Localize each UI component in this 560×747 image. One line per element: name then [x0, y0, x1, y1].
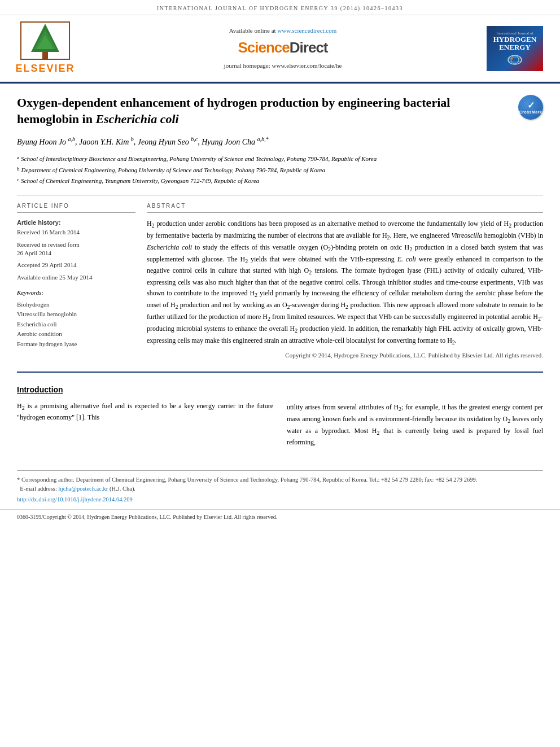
intro-left-text: H2 is a promising alternative fuel and i…	[17, 401, 273, 423]
journal-header: INTERNATIONAL JOURNAL OF HYDROGEN ENERGY…	[0, 0, 560, 15]
keyword-aerobic: Aerobic condition	[17, 329, 135, 339]
authors-line: Byung Hoon Jo a,b, Jaoon Y.H. Kim b, Jeo…	[17, 135, 543, 148]
section-divider	[17, 372, 543, 373]
accepted-date: Accepted 29 April 2014	[17, 261, 135, 269]
svg-point-6	[511, 56, 519, 64]
crossmark-logo: ✓ CrossMark	[518, 95, 543, 120]
hydrogen-energy-logo: International Journal of HYDROGENENERGY	[487, 26, 549, 71]
body-right-col: utility arises from several attributes o…	[287, 384, 543, 448]
received-revised: Received in revised form26 April 2014	[17, 241, 135, 258]
sciencedirect-logo: ScienceDirect	[79, 37, 487, 58]
keyword-vhb: Vitreoscilla hemoglobin	[17, 309, 135, 320]
article-info-abstract-section: ARTICLE INFO Article history: Received 1…	[17, 202, 543, 360]
available-online-date: Available online 25 May 2014	[17, 273, 135, 282]
abstract-text: H2 production under aerobic conditions h…	[147, 219, 543, 347]
svg-point-8	[511, 58, 513, 60]
keyword-ecoli: Escherichia coli	[17, 320, 135, 330]
intro-right-text: utility arises from several attributes o…	[287, 402, 543, 448]
received-date: Received 16 March 2014	[17, 228, 135, 237]
keywords-heading: Keywords:	[17, 289, 135, 297]
svg-rect-0	[42, 52, 48, 59]
email-link[interactable]: hjcha@postech.ac.kr	[58, 486, 108, 492]
article-info-column: ARTICLE INFO Article history: Received 1…	[17, 202, 135, 360]
body-left-col: Introduction H2 is a promising alternati…	[17, 384, 273, 448]
elsevier-text: ELSEVIER	[15, 62, 75, 76]
available-online-text: Available online at www.sciencedirect.co…	[79, 27, 487, 35]
elsevier-logo: ELSEVIER	[11, 21, 79, 76]
article-title-section: Oxygen-dependent enhancement of hydrogen…	[17, 95, 543, 127]
footnote-section: * Corresponding author. Department of Ch…	[17, 470, 543, 504]
branding-row: ELSEVIER Available online at www.science…	[0, 15, 560, 82]
main-content: Oxygen-dependent enhancement of hydrogen…	[0, 84, 560, 459]
sciencedirect-url[interactable]: www.sciencedirect.com	[277, 27, 336, 34]
introduction-heading: Introduction	[17, 384, 273, 396]
affiliation-c: c School of Chemical Engineering, Yeungn…	[17, 176, 543, 186]
article-info-heading: ARTICLE INFO	[17, 202, 135, 213]
thin-divider-1	[17, 195, 543, 195]
keyword-biohydrogen: Biohydrogen	[17, 300, 135, 310]
journal-homepage-url[interactable]: www.elsevier.com/locate/he	[272, 62, 342, 69]
center-branding: Available online at www.sciencedirect.co…	[79, 27, 487, 70]
issn-copyright: 0360-3199/Copyright © 2014, Hydrogen Ene…	[17, 514, 277, 520]
keyword-fhl: Formate hydrogen lyase	[17, 339, 135, 350]
email-note: E-mail address: hjcha@postech.ac.kr (H.J…	[17, 484, 543, 493]
article-title: Oxygen-dependent enhancement of hydrogen…	[17, 95, 518, 127]
affiliation-a: a School of Interdisciplinary Bioscience…	[17, 154, 543, 164]
bottom-bar: 0360-3199/Copyright © 2014, Hydrogen Ene…	[0, 509, 560, 525]
affiliation-b: b Department of Chemical Engineering, Po…	[17, 165, 543, 175]
doi-link[interactable]: http://dx.doi.org/10.1016/j.ijhydene.201…	[17, 496, 133, 503]
copyright-text: Copyright © 2014, Hydrogen Energy Public…	[147, 351, 543, 360]
abstract-column: ABSTRACT H2 production under aerobic con…	[147, 202, 543, 360]
journal-homepage: journal homepage: www.elsevier.com/locat…	[79, 62, 487, 70]
hydrogen-logo-title: HYDROGENENERGY	[493, 36, 537, 52]
article-history-label: Article history:	[17, 219, 135, 227]
corresponding-author-note: * Corresponding author. Department of Ch…	[17, 475, 543, 484]
body-two-column: Introduction H2 is a promising alternati…	[17, 384, 543, 448]
abstract-heading: ABSTRACT	[147, 202, 543, 213]
affiliations: a School of Interdisciplinary Bioscience…	[17, 154, 543, 186]
